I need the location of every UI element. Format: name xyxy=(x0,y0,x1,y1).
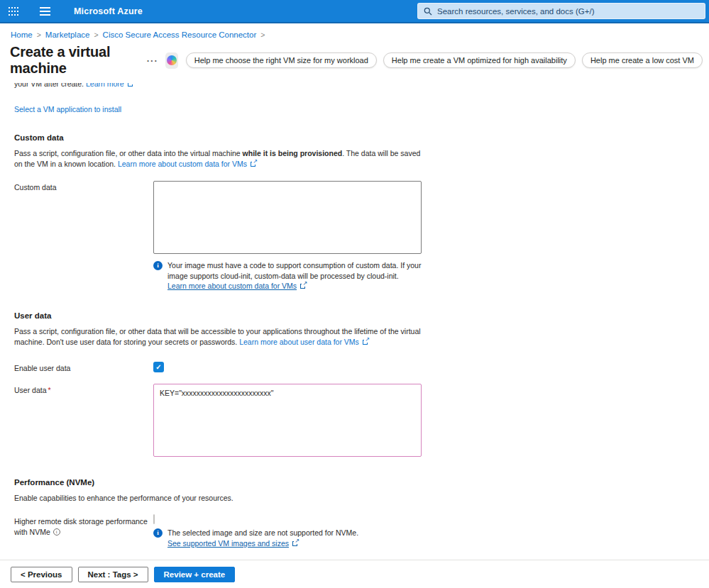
nvme-info-text: The selected image and size are not supp… xyxy=(167,528,358,537)
copilot-icon[interactable] xyxy=(165,52,178,69)
page-header: Create a virtual machine ··· Help me cho… xyxy=(0,40,709,83)
next-tags-button[interactable]: Next : Tags > xyxy=(78,567,148,582)
clipped-scrolled-text: your VM after create. Learn more xyxy=(14,83,429,89)
learn-more-label: Learn more xyxy=(86,83,124,88)
link-label: Learn more about custom data for VMs xyxy=(167,282,297,290)
external-link-icon xyxy=(128,83,133,87)
copilot-suggestion-vm-size-button[interactable]: Help me choose the right VM size for my … xyxy=(186,52,377,68)
external-link-icon xyxy=(300,284,305,289)
breadcrumb-separator: > xyxy=(260,30,265,39)
custom-data-description: Pass a script, configuration file, or ot… xyxy=(14,148,429,170)
custom-data-learn-more-link[interactable]: Learn more about custom data for VMs xyxy=(118,160,255,168)
copilot-suggestion-high-availability-button[interactable]: Help me create a VM optimized for high a… xyxy=(383,52,576,68)
breadcrumb: Home>Marketplace>Cisco Secure Access Res… xyxy=(0,23,709,40)
page-title: Create a virtual machine xyxy=(10,44,136,77)
copilot-suggestion-low-cost-button[interactable]: Help me create a low cost VM xyxy=(582,52,703,68)
performance-nvme-heading: Performance (NVMe) xyxy=(14,478,709,487)
breadcrumb-separator: > xyxy=(37,30,41,39)
waffle-dots xyxy=(9,7,10,9)
nvme-checkbox[interactable] xyxy=(153,514,155,524)
nvme-control-column: The selected image and size are not supp… xyxy=(153,515,432,548)
breadcrumb-separator: > xyxy=(94,30,98,39)
user-data-field-row: User data* KEY="xxxxxxxxxxxxxxxxxxxxxxxx… xyxy=(14,384,709,457)
search-input[interactable] xyxy=(437,7,699,16)
breadcrumb-marketplace[interactable]: Marketplace xyxy=(45,30,90,39)
custom-data-field-label: Custom data xyxy=(14,181,153,193)
enable-user-data-row: Enable user data xyxy=(14,362,709,374)
advanced-tab-content: your VM after create. Learn more Select … xyxy=(0,83,709,560)
azure-portal-window: Microsoft Azure Home>Marketplace>Cisco S… xyxy=(0,0,709,588)
top-bar: Microsoft Azure xyxy=(0,0,709,23)
custom-data-heading: Custom data xyxy=(14,133,709,142)
link-label: Learn more about user data for VMs xyxy=(239,338,359,346)
nvme-label: Higher remote disk storage performance w… xyxy=(14,515,153,537)
portal-menu-icon[interactable] xyxy=(31,0,58,23)
external-link-icon xyxy=(251,162,255,167)
learn-more-link[interactable]: Learn more xyxy=(86,83,133,88)
nvme-info-link[interactable]: See supported VM images and sizes xyxy=(167,539,297,548)
info-icon xyxy=(153,261,163,270)
select-vm-application-link[interactable]: Select a VM application to install xyxy=(14,105,121,113)
breadcrumb-home[interactable]: Home xyxy=(11,30,33,39)
external-link-icon xyxy=(292,541,297,546)
app-launcher-icon[interactable] xyxy=(0,0,27,23)
hamburger-bars xyxy=(40,7,50,9)
user-data-description: Pass a script, configuration file, or ot… xyxy=(14,326,429,348)
nvme-field-row: Higher remote disk storage performance w… xyxy=(14,515,709,548)
global-search[interactable] xyxy=(417,3,705,19)
wizard-footer: < Previous Next : Tags > Review + create xyxy=(0,560,709,588)
description-text: Pass a script, configuration file, or ot… xyxy=(14,149,243,157)
breadcrumb-connector[interactable]: Cisco Secure Access Resource Connector xyxy=(103,30,257,39)
brand-title[interactable]: Microsoft Azure xyxy=(74,6,143,16)
custom-data-textarea[interactable] xyxy=(153,181,422,254)
custom-data-field-row: Custom data xyxy=(14,181,709,254)
custom-data-info-link[interactable]: Learn more about custom data for VMs xyxy=(167,282,305,290)
user-data-textarea[interactable]: KEY="xxxxxxxxxxxxxxxxxxxxxxxx" xyxy=(153,384,422,457)
description-bold-text: while it is being provisioned xyxy=(243,149,343,157)
nvme-info-box: The selected image and size are not supp… xyxy=(153,528,432,548)
user-data-heading: User data xyxy=(14,311,709,320)
link-label: See supported VM images and sizes xyxy=(167,539,289,548)
previous-button[interactable]: < Previous xyxy=(11,567,72,582)
field-label-text: User data xyxy=(14,386,47,394)
review-create-button[interactable]: Review + create xyxy=(154,567,236,582)
external-link-icon xyxy=(363,340,368,345)
clipped-text: your VM after create. xyxy=(14,83,86,88)
copilot-swirl-icon xyxy=(167,55,177,65)
custom-data-info-box: Your image must have a code to support c… xyxy=(14,260,709,291)
enable-user-data-label: Enable user data xyxy=(14,362,153,374)
custom-data-info-text: Your image must have a code to support c… xyxy=(167,261,421,279)
link-label: Learn more about custom data for VMs xyxy=(118,160,247,168)
more-menu-button[interactable]: ··· xyxy=(147,55,158,66)
info-outline-icon[interactable] xyxy=(53,528,60,536)
performance-description: Enable capabilities to enhance the perfo… xyxy=(14,493,429,504)
info-icon xyxy=(153,528,163,538)
nvme-label-text: Higher remote disk storage performance w… xyxy=(14,517,148,536)
search-icon xyxy=(424,7,432,16)
user-data-learn-more-link[interactable]: Learn more about user data for VMs xyxy=(239,338,368,346)
user-data-field-label: User data* xyxy=(14,384,153,396)
enable-user-data-checkbox[interactable] xyxy=(153,362,164,372)
required-asterisk: * xyxy=(48,386,51,394)
